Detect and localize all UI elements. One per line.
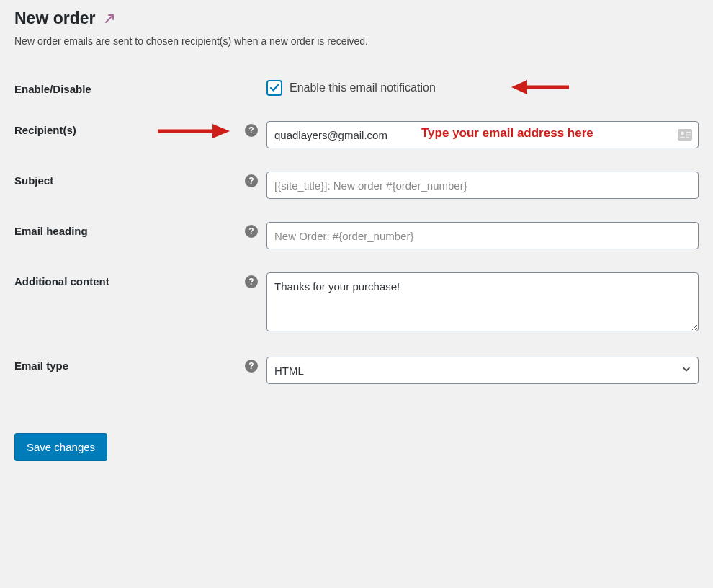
- help-icon[interactable]: ?: [245, 275, 258, 288]
- back-link-icon[interactable]: [104, 12, 118, 26]
- recipient-input[interactable]: [266, 121, 699, 148]
- label-emailtype: Email type: [14, 345, 158, 396]
- email-heading-input[interactable]: [266, 222, 699, 249]
- label-recipient: Recipient(s): [14, 110, 158, 160]
- page-title: New order: [14, 9, 95, 28]
- annotation-arrow-enable: [511, 77, 569, 97]
- email-type-select[interactable]: HTML: [266, 357, 699, 384]
- help-icon[interactable]: ?: [245, 360, 258, 373]
- page-description: New order emails are sent to chosen reci…: [14, 35, 699, 47]
- annotation-arrow-recipient: [158, 121, 230, 141]
- additional-content-textarea[interactable]: [266, 272, 699, 331]
- subject-input[interactable]: [266, 172, 699, 199]
- svg-marker-3: [212, 124, 230, 138]
- enable-checkbox-label: Enable this email notification: [290, 81, 436, 94]
- help-icon[interactable]: ?: [245, 225, 258, 238]
- label-subject: Subject: [14, 160, 158, 210]
- label-heading: Email heading: [14, 210, 158, 261]
- label-enable: Enable/Disable: [14, 68, 158, 110]
- help-icon[interactable]: ?: [245, 124, 258, 137]
- enable-checkbox[interactable]: [266, 80, 282, 96]
- label-additional: Additional content: [14, 261, 158, 345]
- save-changes-button[interactable]: Save changes: [14, 433, 107, 461]
- help-icon[interactable]: ?: [245, 174, 258, 187]
- svg-marker-1: [511, 80, 527, 94]
